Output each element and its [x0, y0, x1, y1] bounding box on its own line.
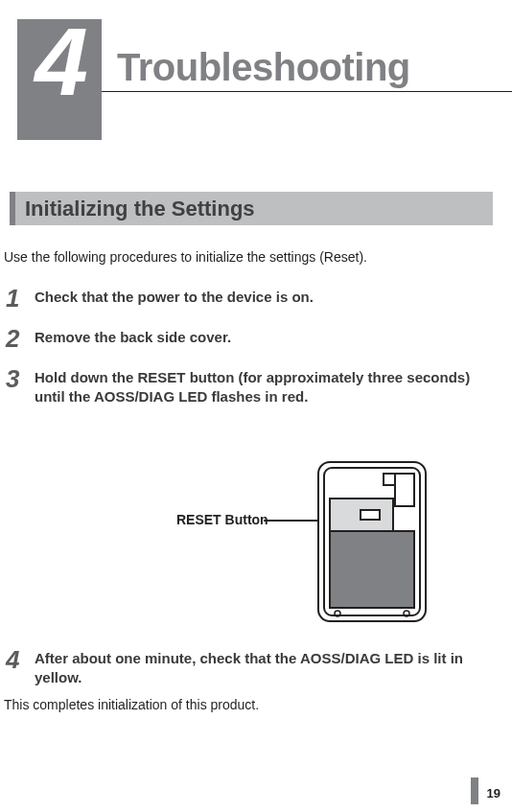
leader-line [264, 520, 319, 522]
step-number: 1 [6, 286, 35, 311]
reset-diagram: RESET Button [0, 456, 512, 629]
step-4: 4 After about one minute, check that the… [6, 647, 495, 688]
svg-rect-3 [395, 474, 414, 506]
device-illustration [316, 460, 428, 623]
page-number: 19 [487, 786, 500, 800]
outro-text: This completes initialization of this pr… [4, 697, 493, 712]
chapter-rule [102, 91, 512, 92]
page-footer-tab [471, 777, 478, 804]
reset-button-label: RESET Button [176, 512, 268, 527]
intro-text: Use the following procedures to initiali… [4, 249, 493, 265]
step-text: Remove the back side cover. [35, 326, 495, 347]
svg-rect-6 [330, 531, 414, 608]
section-heading-bar: Initializing the Settings [10, 192, 493, 225]
step-2: 2 Remove the back side cover. [6, 326, 495, 351]
step-number: 4 [6, 647, 35, 672]
step-text: Check that the power to the device is on… [35, 286, 495, 307]
step-number: 3 [6, 366, 35, 391]
step-1: 1 Check that the power to the device is … [6, 286, 495, 311]
chapter-title: Troubleshooting [117, 46, 410, 89]
step-4-wrap: 4 After about one minute, check that the… [6, 647, 495, 704]
chapter-number: 4 [35, 13, 84, 109]
step-text: After about one minute, check that the A… [35, 647, 495, 688]
step-number: 2 [6, 326, 35, 351]
step-3: 3 Hold down the RESET button (for approx… [6, 366, 495, 407]
chapter-number-block: 4 [17, 19, 102, 140]
svg-rect-5 [361, 510, 380, 520]
steps-list: 1 Check that the power to the device is … [6, 286, 495, 423]
section-title: Initializing the Settings [25, 197, 483, 221]
step-text: Hold down the RESET button (for approxim… [35, 366, 495, 407]
